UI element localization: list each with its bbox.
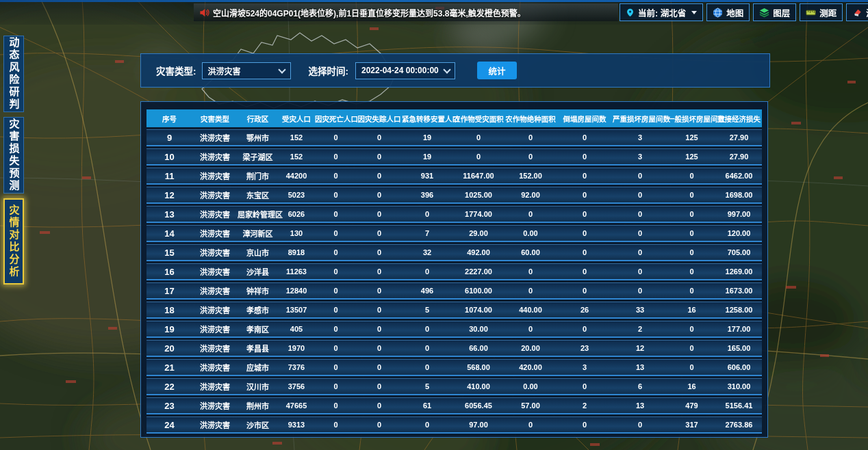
location-pin-icon [626,8,635,18]
table-row[interactable]: 14洪涝灾害漳河新区13000729.000.00000120.00 [146,225,762,242]
table-cell: 0 [357,191,402,199]
table-cell: 9 [146,133,192,143]
table-row[interactable]: 11洪涝灾害荆门市442000093111647.00152.000006462… [146,168,762,185]
table-row[interactable]: 21洪涝灾害应城市7376000568.00420.003130606.00 [146,359,762,376]
table-cell: 19 [402,133,452,142]
table-cell: 0 [505,133,557,142]
table-cell: 13 [613,401,667,410]
table-cell: 洪涝灾害 [192,247,238,258]
table-cell: 19 [402,153,452,161]
layers-button[interactable]: 图层 [753,3,796,21]
column-header: 行政区 [238,114,278,124]
sidebar-item-disaster-loss-forecast[interactable]: 灾害损失预测 [3,117,24,194]
eraser-icon [852,8,863,18]
table-cell: 汉川市 [238,381,278,392]
alert-ticker: 空山滑坡524的04GP01(地表位移),前1日垂直位移变形量达到53.8毫米,… [194,3,618,21]
table-cell: 6462.00 [716,172,762,180]
table-cell: 0 [315,325,357,333]
table-cell: 410.00 [452,382,505,391]
table-cell: 0 [667,191,716,199]
table-cell: 0 [357,363,402,371]
chevron-down-icon [278,66,285,73]
region-selector[interactable]: 当前: 湖北省 [620,3,703,21]
table-cell: 120.00 [716,229,762,237]
table-cell: 130 [278,229,315,237]
table-cell: 14 [146,228,192,239]
table-cell: 1970 [278,344,315,352]
table-cell: 孝昌县 [238,343,278,354]
table-cell: 20 [146,343,192,354]
table-cell: 12 [613,344,667,352]
table-cell: 492.00 [452,248,505,256]
table-row[interactable]: 19洪涝灾害孝南区40500030.000020177.00 [146,321,762,338]
sidebar-item-disaster-comparison[interactable]: 灾情对比分析 [3,198,24,284]
disaster-type-select[interactable]: 洪涝灾害 [202,62,291,79]
table-cell: 0 [557,229,613,237]
table-cell: 997.00 [716,210,762,218]
table-row[interactable]: 24洪涝灾害沙市区931300097.000003172763.86 [146,416,762,434]
table-cell: 0 [557,382,613,391]
table-row[interactable]: 10洪涝灾害梁子湖区1520019000312527.90 [146,148,762,166]
table-cell: 32 [402,248,452,256]
table-cell: 0 [315,191,357,199]
table-cell: 0 [557,267,613,276]
table-cell: 0 [505,210,557,218]
table-row[interactable]: 23洪涝灾害荆州市4766500616056.4557.002134795156… [146,397,762,414]
table-cell: 0 [557,191,613,199]
table-row[interactable]: 16洪涝灾害沙洋县112630002227.0000001269.00 [146,263,762,280]
table-cell: 13507 [278,306,315,314]
table-cell: 孝南区 [238,323,278,334]
tool-button-label: 地图 [726,6,743,19]
table-cell: 1258.00 [716,306,762,314]
table-cell: 洪涝灾害 [192,381,238,392]
table-cell: 9313 [278,421,315,429]
table-cell: 0 [315,363,357,371]
table-cell: 6100.00 [452,287,505,295]
table-cell: 24 [146,420,192,430]
sidebar-item-dynamic-risk-analysis[interactable]: 动态风险研判 [3,36,24,112]
table-cell: 1269.00 [716,267,762,276]
table-cell: 应城市 [238,362,278,373]
table-cell: 2 [613,325,667,333]
map-button[interactable]: 地图 [706,3,750,21]
clear-button[interactable]: 清除 [846,3,868,21]
table-cell: 12 [146,190,192,200]
table-row[interactable]: 20洪涝灾害孝昌县197000066.0020.0023120165.00 [146,340,762,357]
table-cell: 6026 [278,210,315,218]
statistics-button[interactable]: 统计 [477,62,517,79]
table-cell: 0 [557,325,613,333]
table-cell: 0 [505,325,557,333]
column-header: 一般损坏房屋间数 [667,114,716,124]
table-cell: 16 [667,306,716,314]
table-cell: 11263 [278,267,315,276]
table-cell: 13 [146,209,192,220]
table-row[interactable]: 15洪涝灾害京山市89180032492.0060.00000705.00 [146,244,762,261]
measure-button[interactable]: 测距 [800,3,843,21]
table-row[interactable]: 12洪涝灾害东宝区5023003961025.0092.000001698.00 [146,187,762,204]
table-cell: 317 [667,421,716,429]
table-cell: 屈家岭管理区 [238,209,278,220]
table-row[interactable]: 13洪涝灾害屈家岭管理区60260001774.000000997.00 [146,206,762,223]
table-cell: 洪涝灾害 [192,400,238,411]
column-header: 灾害类型 [192,114,238,124]
table-cell: 0 [613,191,667,199]
table-cell: 0 [402,421,452,429]
table-row[interactable]: 17洪涝灾害钟祥市12840004966100.0000001673.00 [146,282,762,300]
layers-icon [759,8,769,18]
table-row[interactable]: 22洪涝灾害汉川市3756005410.000.000616310.00 [146,378,762,395]
table-row[interactable]: 9洪涝灾害鄂州市1520019000312527.90 [146,129,762,146]
table-cell: 0 [667,363,716,371]
time-select[interactable]: 2022-04-24 00:00:00 [355,62,455,79]
table-cell: 3 [557,363,613,371]
table-cell: 20.00 [505,344,557,352]
table-cell: 3756 [278,382,315,391]
table-header: 序号灾害类型行政区受灾人口因灾死亡人口因灾失踪人口紧急转移安置人口农作物受灾面积… [146,109,762,127]
table-cell: 洪涝灾害 [192,266,238,277]
table-cell: 东宝区 [238,189,278,200]
table-cell: 1673.00 [716,287,762,295]
disaster-type-label: 灾害类型: [156,64,196,77]
table-cell: 5 [402,306,452,314]
globe-icon [713,8,723,18]
table-row[interactable]: 18洪涝灾害孝感市135070051074.00440.002633161258… [146,302,762,319]
table-cell: 5 [402,382,452,391]
